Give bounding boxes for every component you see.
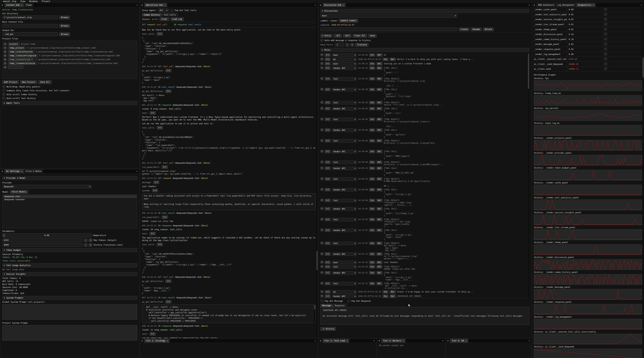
tab-tier1-strategy[interactable]: Tier 1: Strategy ✕ bbox=[144, 339, 170, 343]
insert-button[interactable]: Ins bbox=[369, 265, 375, 268]
move-entry-button[interactable]: + bbox=[320, 178, 323, 180]
insert-button[interactable]: Ins bbox=[369, 107, 375, 110]
close-icon[interactable]: ✕ bbox=[135, 3, 139, 7]
timing-checkbox[interactable] bbox=[604, 67, 607, 70]
delete-entry-button[interactable]: Del bbox=[376, 218, 382, 221]
menu-view[interactable]: View bbox=[18, 0, 27, 3]
save-all-button[interactable]: Save All bbox=[38, 80, 52, 84]
timing-checkbox[interactable] bbox=[604, 18, 607, 21]
role-dropdown[interactable]: Tool▼ bbox=[332, 118, 357, 121]
role-dropdown[interactable]: Vendor API▼ bbox=[332, 295, 357, 298]
role-dropdown[interactable]: Tool▼ bbox=[332, 218, 357, 221]
role-dropdown[interactable]: User▼ bbox=[332, 62, 357, 65]
scrollbar-thumb[interactable] bbox=[316, 251, 318, 270]
max-tokens-minus-button[interactable]: - bbox=[84, 239, 88, 242]
collapse-icon[interactable]: ▼ bbox=[446, 339, 450, 343]
insert-button[interactable]: Ins bbox=[369, 66, 375, 70]
close-icon[interactable]: ✕ bbox=[164, 4, 166, 6]
clear-all-button[interactable]: Clear All bbox=[353, 34, 367, 37]
close-icon[interactable]: ✕ bbox=[135, 169, 139, 173]
role-dropdown[interactable]: AI▼ bbox=[332, 290, 357, 294]
move-entry-button[interactable]: + bbox=[320, 188, 323, 191]
operations-scrollbar[interactable] bbox=[316, 7, 318, 338]
collapse-icon[interactable]: ▼ bbox=[377, 339, 381, 343]
delete-entry-button[interactable]: Del bbox=[376, 282, 382, 285]
expand-button[interactable]: [+] bbox=[157, 243, 163, 246]
move-entry-button[interactable]: + bbox=[320, 101, 323, 104]
close-icon[interactable]: ✕ bbox=[313, 339, 318, 343]
message-textarea[interactable]: [DEEPSEEK API ERROR] An assistant messag… bbox=[320, 307, 529, 325]
close-icon[interactable]: ✕ bbox=[593, 4, 594, 6]
move-entry-button[interactable]: + bbox=[320, 295, 323, 297]
scrollbar-thumb[interactable] bbox=[528, 54, 529, 89]
expand-entry-button[interactable]: [+] bbox=[325, 199, 331, 202]
max-tokens-input[interactable]: 8192 bbox=[2, 238, 82, 242]
output-dir-input[interactable]: ./md_gen bbox=[2, 32, 58, 36]
remove-file-button[interactable]: x bbox=[4, 58, 6, 61]
tab-comms-history[interactable]: Comms History bbox=[142, 13, 162, 16]
expand-button[interactable]: [+] bbox=[152, 189, 158, 192]
role-dropdown[interactable]: Vendor API▼ bbox=[332, 150, 357, 153]
delete-entry-button[interactable]: Del bbox=[376, 66, 382, 70]
close-icon[interactable]: ✕ bbox=[639, 3, 644, 7]
close-icon[interactable]: ✕ bbox=[527, 3, 532, 7]
insert-button[interactable]: Ins bbox=[369, 77, 375, 80]
role-dropdown[interactable]: Vendor API▼ bbox=[332, 88, 357, 91]
file-badge[interactable]: temp_project bbox=[8, 46, 26, 49]
insert-button[interactable]: Ins bbox=[369, 188, 375, 191]
discussions-header[interactable]: ▼Discussions bbox=[320, 9, 529, 13]
move-entry-button[interactable]: + bbox=[320, 58, 323, 60]
role-dropdown[interactable]: Tool▼ bbox=[332, 242, 357, 245]
expand-entry-button[interactable]: [+] bbox=[325, 139, 331, 142]
output-dir-browse-button[interactable]: Browse bbox=[59, 32, 70, 36]
tab-diagnostics[interactable]: Diagnostics ✕ bbox=[576, 3, 596, 7]
timing-checkbox[interactable] bbox=[604, 57, 607, 60]
timing-checkbox[interactable] bbox=[604, 13, 607, 16]
history-trunc-plus-button[interactable]: + bbox=[89, 243, 92, 247]
move-entry-button[interactable]: + bbox=[320, 282, 323, 285]
expand-entry-button[interactable]: [+] bbox=[325, 129, 331, 132]
insert-button[interactable]: Ins bbox=[369, 229, 375, 232]
close-icon[interactable]: ✕ bbox=[167, 340, 168, 342]
expand-entry-button[interactable]: [+] bbox=[325, 161, 331, 164]
delete-entry-button[interactable]: Del bbox=[376, 207, 382, 210]
roles-header[interactable]: ▶Roles bbox=[320, 48, 529, 52]
tab-message[interactable]: Message bbox=[320, 304, 333, 307]
insert-button[interactable]: Ins bbox=[369, 242, 375, 245]
expand-entry-button[interactable]: [+] bbox=[325, 282, 331, 285]
role-dropdown[interactable]: Vendor API▼ bbox=[332, 107, 357, 110]
role-dropdown[interactable]: Vendor API▼ bbox=[332, 188, 357, 191]
provider-dropdown[interactable]: deepseek ▼ bbox=[2, 185, 92, 188]
expand-button[interactable]: [+] bbox=[150, 332, 156, 336]
move-entry-button[interactable]: + bbox=[320, 88, 323, 91]
keep-pairs-plus-button[interactable]: + bbox=[350, 43, 354, 46]
insert-button[interactable]: Ins bbox=[369, 88, 375, 91]
model-list-item[interactable]: deepseek-reasoner bbox=[3, 198, 136, 201]
expand-entry-button[interactable]: [+] bbox=[325, 271, 331, 274]
tab-response[interactable]: Response bbox=[333, 304, 346, 307]
delete-entry-button[interactable]: Del bbox=[376, 62, 382, 65]
tab-context-hub[interactable]: Context Hub ✕ bbox=[4, 3, 24, 7]
menu-project[interactable]: Project bbox=[40, 0, 52, 3]
move-entry-button[interactable]: + bbox=[320, 62, 323, 65]
tab-tool-calls[interactable]: Tool Calls bbox=[162, 13, 178, 16]
move-entry-button[interactable]: + bbox=[320, 207, 323, 210]
expand-entry-button[interactable]: [+] bbox=[325, 107, 331, 110]
move-entry-button[interactable]: + bbox=[320, 242, 323, 244]
main-context-browse-button[interactable]: Browse bbox=[59, 24, 70, 28]
close-icon[interactable]: ✕ bbox=[343, 4, 344, 6]
move-entry-button[interactable]: + bbox=[320, 261, 323, 264]
role-dropdown[interactable]: Tool▼ bbox=[332, 265, 357, 269]
focus-agent-dropdown[interactable]: All ▼ bbox=[158, 8, 169, 12]
role-dropdown[interactable]: Tool▼ bbox=[332, 282, 357, 285]
expand-entry-button[interactable]: [+] bbox=[325, 77, 331, 80]
file-badge[interactable]: temp_liveexecutionsim bbox=[8, 62, 36, 65]
timing-checkbox[interactable] bbox=[604, 33, 607, 35]
discussion-dropdown[interactable]: main ▼ bbox=[320, 14, 457, 17]
insert-button[interactable]: Ins bbox=[369, 101, 375, 104]
insert-button[interactable]: Ins bbox=[369, 161, 375, 164]
close-icon[interactable]: ✕ bbox=[527, 339, 532, 343]
move-entry-button[interactable]: + bbox=[320, 139, 323, 142]
to-history-button[interactable]: -> History bbox=[320, 327, 336, 331]
move-entry-button[interactable]: + bbox=[320, 66, 323, 69]
